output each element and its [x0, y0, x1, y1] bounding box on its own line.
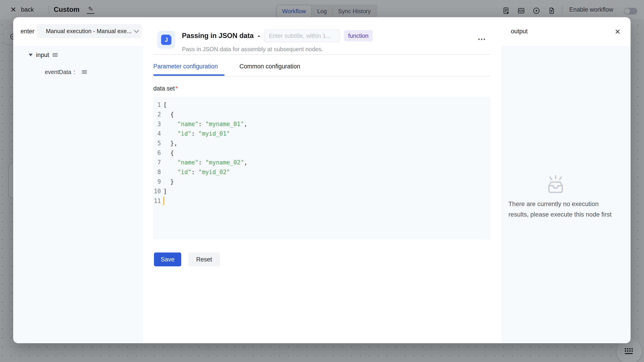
- code-line[interactable]: 5 },: [153, 139, 490, 148]
- empty-state-line1: There are currently no execution: [508, 199, 629, 209]
- text-cursor: [163, 197, 164, 205]
- trigger-select[interactable]: Manual execution - Manual exe...: [37, 24, 142, 38]
- node-type-icon: J: [157, 31, 175, 49]
- tree-node-input[interactable]: input: [29, 50, 58, 60]
- tab-common-configuration[interactable]: Common configuration: [240, 62, 300, 71]
- node-description: Pass in JSON data for assembly at subseq…: [182, 46, 323, 53]
- title-separator: -: [258, 32, 260, 40]
- tab-parameter-configuration[interactable]: Parameter configuration: [153, 62, 218, 71]
- trigger-select-value: Manual execution - Manual exe...: [46, 28, 134, 35]
- drag-handle-icon[interactable]: [52, 53, 58, 57]
- code-line[interactable]: 11: [153, 196, 490, 206]
- tree-root-label: input: [36, 52, 49, 59]
- input-tree-panel: [13, 46, 143, 343]
- required-mark: *: [176, 85, 178, 92]
- code-editor[interactable]: 1[2 {3 "name": "myname_01",4 "id": "myid…: [153, 97, 490, 239]
- empty-state-text: There are currently no execution results…: [508, 199, 629, 220]
- more-actions-button[interactable]: ...: [474, 33, 490, 44]
- subtitle-input[interactable]: [264, 29, 340, 42]
- code-line[interactable]: 10]: [153, 186, 490, 196]
- code-line[interactable]: 2 {: [153, 110, 490, 119]
- drag-handle-icon[interactable]: [82, 70, 87, 74]
- tabs-divider: [153, 76, 490, 77]
- active-tab-underline: [153, 74, 224, 76]
- node-config-modal: enter Manual execution - Manual exe... i…: [13, 17, 630, 343]
- chevron-down-icon: [134, 28, 139, 33]
- output-panel-title: output: [511, 28, 528, 35]
- app-root: ✕ back Custom ✎ Workflow Log Sync Histor…: [0, 0, 644, 362]
- header-divider: [153, 54, 490, 54]
- code-line[interactable]: 6 {: [153, 148, 490, 158]
- reset-button[interactable]: Reset: [188, 252, 220, 266]
- code-line[interactable]: 9 }: [153, 177, 490, 186]
- code-editor-lines: 1[2 {3 "name": "myname_01",4 "id": "myid…: [153, 100, 490, 206]
- output-result-panel: [501, 46, 630, 343]
- empty-state-line2: results, please execute this node first: [508, 209, 629, 220]
- node-title: Passing in JSON data: [182, 32, 254, 40]
- dataset-label-text: data set: [153, 85, 175, 92]
- code-line[interactable]: 1[: [153, 100, 490, 110]
- modal-close-button[interactable]: ✕: [612, 26, 623, 37]
- tree-colon: :: [74, 69, 75, 76]
- node-type-badge: function: [344, 30, 372, 41]
- code-line[interactable]: 3 "name": "myname_01",: [153, 119, 490, 129]
- dataset-field-label: data set*: [153, 85, 178, 92]
- tree-key-label: eventData: [45, 69, 72, 76]
- caret-down-icon[interactable]: [29, 54, 33, 56]
- code-line[interactable]: 8 "id": "myid_02": [153, 167, 490, 177]
- empty-inbox-icon: [544, 175, 567, 194]
- save-button[interactable]: Save: [154, 252, 181, 266]
- code-line[interactable]: 7 "name": "myname_02",: [153, 158, 490, 167]
- code-line[interactable]: 4 "id": "myid_01": [153, 129, 490, 139]
- json-node-glyph: J: [161, 35, 172, 45]
- tree-node-eventdata[interactable]: eventData :: [45, 67, 87, 77]
- enter-label: enter: [20, 28, 34, 35]
- node-title-row: Passing in JSON data - function: [182, 29, 372, 42]
